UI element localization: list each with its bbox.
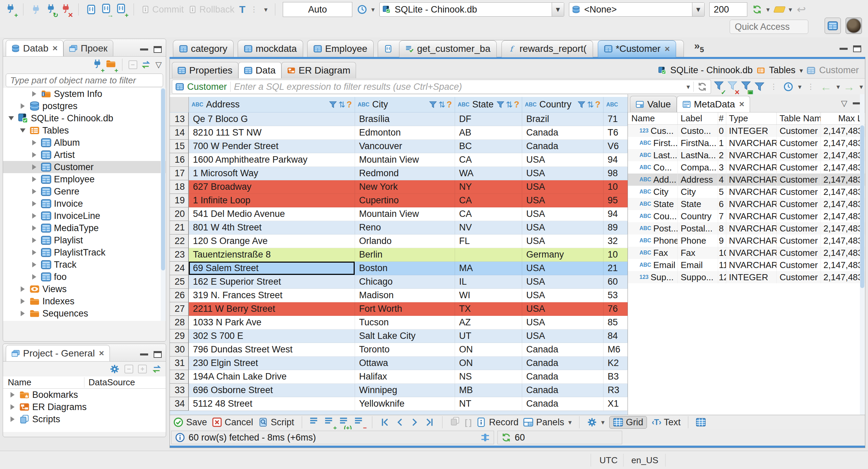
tree-item[interactable]: Playlist	[3, 234, 166, 246]
metadata-row[interactable]: ABCFirst... FirstNa... 1 NVARCHAR Custom…	[628, 137, 865, 149]
cell-state[interactable]: ON	[455, 343, 522, 356]
goto-row-icon[interactable]	[450, 416, 460, 428]
tab-project-general[interactable]: Project - General×	[6, 345, 110, 361]
row-number[interactable]: 32	[170, 370, 189, 384]
column-label[interactable]: Label	[678, 113, 718, 124]
quick-access[interactable]	[730, 20, 808, 34]
cell-country[interactable]: USA	[522, 207, 604, 221]
metadata-row[interactable]: 123Sup... Suppo... 12 INTEGER Customer 2…	[628, 271, 865, 283]
clear-cache-icon[interactable]: ▾	[774, 5, 792, 14]
previous-record-icon[interactable]	[395, 417, 405, 427]
cell-state[interactable]: TX	[455, 302, 522, 316]
transaction-log-icon[interactable]: T⋮▾	[239, 4, 268, 15]
column-datasource[interactable]: DataSource	[84, 377, 135, 388]
cell-state[interactable]: WI	[455, 289, 522, 302]
tree-item[interactable]: Artist	[3, 149, 166, 161]
metadata-row[interactable]: ABCCity City 5 NVARCHAR Customer 2,147,4…	[628, 186, 865, 198]
refresh-icon[interactable]	[501, 433, 511, 442]
cell-postalcode[interactable]: 60	[604, 275, 628, 289]
tree-item[interactable]: foo	[3, 271, 166, 283]
minimize-icon[interactable]	[140, 353, 148, 355]
table-row[interactable]: 15 700 W Pender Street Vancouver BC Cana…	[170, 140, 628, 153]
cell-address[interactable]: 2211 W Berry Street	[189, 302, 355, 316]
last-record-icon[interactable]	[425, 417, 435, 427]
cancel-button[interactable]: Cancel	[212, 417, 253, 428]
cell-country[interactable]: USA	[522, 180, 604, 194]
row-number[interactable]: 23	[170, 248, 189, 262]
tab-projects[interactable]: Проек	[63, 40, 113, 56]
column-header-address[interactable]: ABC Address ⇅?	[189, 97, 355, 113]
cell-city[interactable]: Orlando	[355, 234, 455, 248]
cell-city[interactable]: Brasília	[355, 113, 455, 126]
cell-state[interactable]: IL	[455, 275, 522, 289]
cell-postalcode[interactable]: K2	[604, 356, 628, 370]
new-connection-icon[interactable]: +	[92, 59, 102, 71]
tree-item[interactable]: Tables	[3, 124, 166, 137]
commit-mode-combo[interactable]: Auto	[283, 2, 352, 17]
cell-postalcode[interactable]: 98	[604, 167, 628, 180]
cell-country[interactable]: USA	[522, 316, 604, 329]
tree-expander-icon[interactable]	[8, 416, 17, 422]
link-with-editor-icon[interactable]	[152, 364, 162, 374]
cell-city[interactable]: Salt Lake City	[355, 329, 455, 343]
cell-address[interactable]: Tauentzienstraße 8	[189, 248, 355, 262]
sort-icon[interactable]: ⇅	[438, 100, 445, 109]
tree-item[interactable]: postgres	[3, 100, 166, 112]
cell-country[interactable]: USA	[522, 329, 604, 343]
script-button[interactable]: Script	[258, 417, 294, 428]
table-row[interactable]: 23 Tauentzienstraße 8 Berlin Germany 10	[170, 248, 628, 262]
cell-country[interactable]: USA	[522, 153, 604, 167]
cell-state[interactable]: CA	[455, 207, 522, 221]
row-number[interactable]: 28	[170, 316, 189, 329]
cell-country[interactable]: USA	[522, 167, 604, 180]
dbeaver-perspective-icon[interactable]	[846, 18, 862, 34]
view-menu-icon[interactable]: ▽	[841, 99, 847, 108]
tree-expander-icon[interactable]	[8, 404, 17, 410]
row-number[interactable]: 34	[170, 397, 189, 411]
row-number[interactable]: 13	[170, 113, 189, 126]
grid-view-button[interactable]: Grid	[609, 416, 647, 429]
cell-city[interactable]: Tucson	[355, 316, 455, 329]
row-number[interactable]: 21	[170, 221, 189, 234]
tree-expander-icon[interactable]	[30, 274, 38, 280]
cell-postalcode[interactable]: B3	[604, 370, 628, 384]
new-folder-icon[interactable]: +	[106, 59, 116, 71]
sort-icon[interactable]: ⇅	[506, 100, 513, 109]
editor-tab[interactable]: get_customer_ba	[399, 40, 497, 57]
editor-tab[interactable]: mockdata	[238, 40, 303, 57]
cell-country[interactable]: Canada	[522, 397, 604, 411]
metadata-row[interactable]: ABCFax Fax 10 NVARCHAR Customer 2,147,48…	[628, 247, 865, 259]
table-row[interactable]: 27 2211 W Berry Street Fort Worth TX USA…	[170, 302, 628, 316]
tree-expander-icon[interactable]	[30, 91, 38, 97]
column-name[interactable]: Name	[3, 377, 84, 388]
schema-dropdown-button[interactable]: ▼	[692, 3, 704, 16]
cell-country[interactable]: Brazil	[522, 113, 604, 126]
cell-address[interactable]: 796 Dundas Street West	[189, 343, 355, 356]
commit-button[interactable]: Commit	[141, 4, 184, 15]
tree-expander-icon[interactable]	[19, 299, 27, 304]
cell-city[interactable]: Fort Worth	[355, 302, 455, 316]
refresh-icon[interactable]	[697, 82, 707, 91]
cell-address[interactable]: 69 Salem Street	[189, 262, 355, 275]
tree-expander-icon[interactable]	[30, 238, 38, 243]
tree-item[interactable]: Sequences	[3, 307, 166, 320]
navigator-scrollbar[interactable]	[161, 88, 165, 321]
column-info-icon[interactable]: ?	[595, 99, 600, 110]
metadata-row[interactable]: ABCAdd... Address 4 NVARCHAR Customer 2,…	[628, 174, 865, 186]
cell-city[interactable]: Cupertino	[355, 194, 455, 207]
link-with-editor-icon[interactable]	[141, 60, 151, 69]
gear-icon[interactable]	[110, 364, 120, 374]
column-header-city[interactable]: ABC City ⇅?	[355, 97, 455, 113]
editor-tab[interactable]: get_customer_ba rewards_report( *Custome…	[378, 40, 684, 57]
cell-postalcode[interactable]: X1	[604, 397, 628, 411]
filter-history-dropdown-icon[interactable]: ▾	[687, 83, 690, 91]
cell-postalcode[interactable]: M6	[604, 343, 628, 356]
column-type[interactable]: Type	[726, 113, 777, 124]
timezone-indicator[interactable]: UTC	[599, 451, 617, 469]
table-row[interactable]: 28 1033 N Park Ave Tucson AZ USA 85	[170, 316, 628, 329]
column-header-postalcode[interactable]: ABC	[604, 97, 628, 113]
table-row[interactable]: 21 801 W 4th Street Reno NV USA 89	[170, 221, 628, 234]
tree-item[interactable]: Employee	[3, 173, 166, 185]
minimize-icon[interactable]	[840, 48, 848, 50]
disconnect-icon[interactable]: ✕	[61, 4, 71, 16]
